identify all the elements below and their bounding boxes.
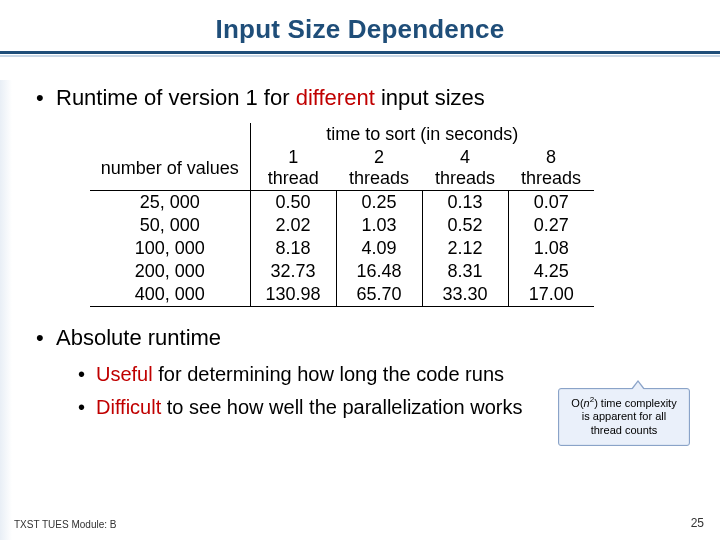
col-header: 8 threads [508, 146, 594, 191]
slide: Input Size Dependence Runtime of version… [0, 0, 720, 540]
cell: 0.27 [508, 214, 594, 237]
callout-line3: thread counts [591, 424, 658, 436]
footer-page-number: 25 [691, 516, 704, 530]
title-area: Input Size Dependence [0, 0, 720, 45]
cell: 1.08 [508, 237, 594, 260]
cell-n: 400, 000 [90, 283, 250, 307]
callout-line2: is apparent for all [582, 410, 666, 422]
group-header: time to sort (in seconds) [250, 123, 594, 146]
cell-n: 100, 000 [90, 237, 250, 260]
bullet-absolute-runtime: Absolute runtime [36, 325, 690, 351]
cell: 32.73 [250, 260, 336, 283]
text: to see how well the parallelization work… [161, 396, 522, 418]
emph-difficult: Difficult [96, 396, 161, 418]
cell: 0.52 [422, 214, 508, 237]
col-header: 2 threads [336, 146, 422, 191]
row-header-label: number of values [90, 146, 250, 191]
emph-different: different [296, 85, 375, 110]
callout-pointer-icon [631, 380, 645, 389]
cell: 8.18 [250, 237, 336, 260]
text: for determining how long the code runs [153, 363, 504, 385]
table-group-header-row: time to sort (in seconds) [90, 123, 594, 146]
bullet-runtime-inputs: Runtime of version 1 for different input… [36, 85, 690, 111]
text: O( [571, 397, 583, 409]
cell-n: 25, 000 [90, 191, 250, 215]
cell: 0.25 [336, 191, 422, 215]
table-row: 25, 000 0.50 0.25 0.13 0.07 [90, 191, 594, 215]
cell: 130.98 [250, 283, 336, 307]
col-header: 4 threads [422, 146, 508, 191]
cell: 0.07 [508, 191, 594, 215]
col-header: 1 thread [250, 146, 336, 191]
table-row: 400, 000 130.98 65.70 33.30 17.00 [90, 283, 594, 307]
content-area: Runtime of version 1 for different input… [0, 57, 720, 419]
cell: 33.30 [422, 283, 508, 307]
callout-line1: O(n2) time complexity [571, 397, 676, 409]
cell: 8.31 [422, 260, 508, 283]
text: Runtime of version 1 for [56, 85, 296, 110]
cell: 0.13 [422, 191, 508, 215]
results-table: time to sort (in seconds) number of valu… [90, 123, 594, 307]
bullet-useful: Useful for determining how long the code… [78, 363, 690, 386]
complexity-callout: O(n2) time complexity is apparent for al… [558, 388, 690, 446]
cell: 1.03 [336, 214, 422, 237]
cell: 0.50 [250, 191, 336, 215]
cell-n: 200, 000 [90, 260, 250, 283]
slide-title: Input Size Dependence [216, 14, 505, 45]
cell: 4.09 [336, 237, 422, 260]
row-header-blank [90, 123, 250, 146]
cell: 17.00 [508, 283, 594, 307]
text: input sizes [375, 85, 485, 110]
cell: 65.70 [336, 283, 422, 307]
table-row: 50, 000 2.02 1.03 0.52 0.27 [90, 214, 594, 237]
table-col-header-row: number of values 1 thread 2 threads 4 th… [90, 146, 594, 191]
cell: 2.12 [422, 237, 508, 260]
emph-useful: Useful [96, 363, 153, 385]
cell: 2.02 [250, 214, 336, 237]
results-table-wrap: time to sort (in seconds) number of valu… [90, 123, 690, 307]
cell: 16.48 [336, 260, 422, 283]
footer-module-label: TXST TUES Module: B [14, 519, 116, 530]
cell-n: 50, 000 [90, 214, 250, 237]
table-row: 100, 000 8.18 4.09 2.12 1.08 [90, 237, 594, 260]
text: ) time complexity [594, 397, 677, 409]
cell: 4.25 [508, 260, 594, 283]
table-row: 200, 000 32.73 16.48 8.31 4.25 [90, 260, 594, 283]
